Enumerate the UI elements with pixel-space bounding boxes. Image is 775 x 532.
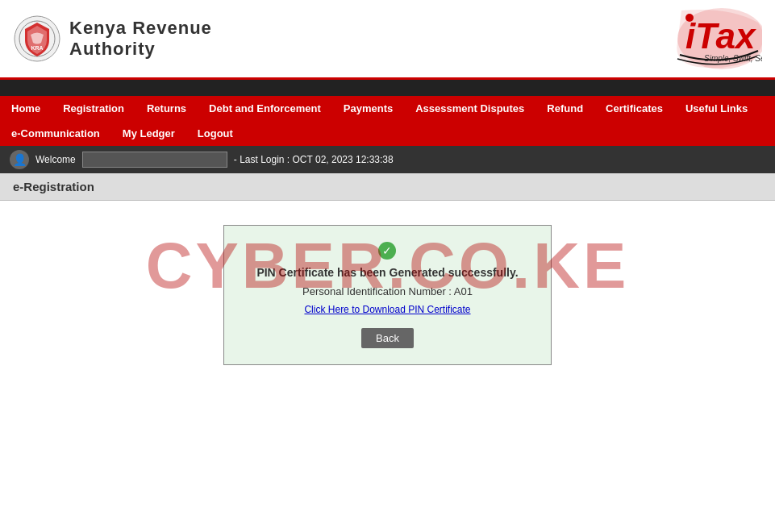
itax-logo: iTax Simple, Swift, Secure — [585, 6, 762, 71]
kra-line2: Authority — [69, 39, 212, 60]
last-login-text: - Last Login : OCT 02, 2023 12:33:38 — [234, 154, 394, 165]
nav-certificates[interactable]: Certificates — [594, 96, 674, 121]
success-icon: ✓ — [378, 242, 396, 260]
username-input[interactable] — [82, 152, 227, 168]
nav-returns[interactable]: Returns — [135, 96, 198, 121]
content-area: ✓ PIN Certificate has been Generated suc… — [0, 201, 775, 483]
welcome-label: Welcome — [35, 154, 76, 165]
header: KRA Kenya Revenue Authority iTax Simple,… — [0, 0, 775, 80]
nav-logout[interactable]: Logout — [186, 121, 244, 146]
nav-assessment[interactable]: Assessment Disputes — [404, 96, 535, 121]
welcome-bar: 👤 Welcome - Last Login : OCT 02, 2023 12… — [0, 146, 775, 173]
kra-line1: Kenya Revenue — [69, 18, 212, 39]
page-heading-text: e-Registration — [13, 180, 94, 193]
kra-logo: KRA Kenya Revenue Authority — [13, 15, 212, 63]
navbar: Home Registration Returns Debt and Enfor… — [0, 96, 775, 146]
black-stripe — [0, 80, 775, 96]
svg-text:KRA: KRA — [31, 45, 43, 51]
download-link[interactable]: Click Here to Download PIN Certificate — [256, 304, 518, 315]
back-button[interactable]: Back — [361, 328, 414, 348]
kra-name: Kenya Revenue Authority — [69, 18, 212, 60]
svg-text:iTax: iTax — [685, 16, 756, 56]
nav-payments[interactable]: Payments — [332, 96, 404, 121]
nav-useful-links[interactable]: Useful Links — [674, 96, 759, 121]
nav-registration[interactable]: Registration — [52, 96, 135, 121]
user-icon: 👤 — [10, 150, 29, 169]
success-title: PIN Certificate has been Generated succe… — [256, 266, 518, 279]
pin-number: Personal Identification Number : A01 — [256, 285, 518, 297]
nav-refund[interactable]: Refund — [535, 96, 594, 121]
success-box: ✓ PIN Certificate has been Generated suc… — [223, 225, 551, 365]
nav-home[interactable]: Home — [0, 96, 52, 121]
kra-emblem-icon: KRA — [13, 15, 61, 63]
nav-debt[interactable]: Debt and Enforcement — [198, 96, 332, 121]
nav-e-communication[interactable]: e-Communication — [0, 121, 111, 146]
nav-my-ledger[interactable]: My Ledger — [111, 121, 186, 146]
page-heading: e-Registration — [0, 173, 775, 201]
